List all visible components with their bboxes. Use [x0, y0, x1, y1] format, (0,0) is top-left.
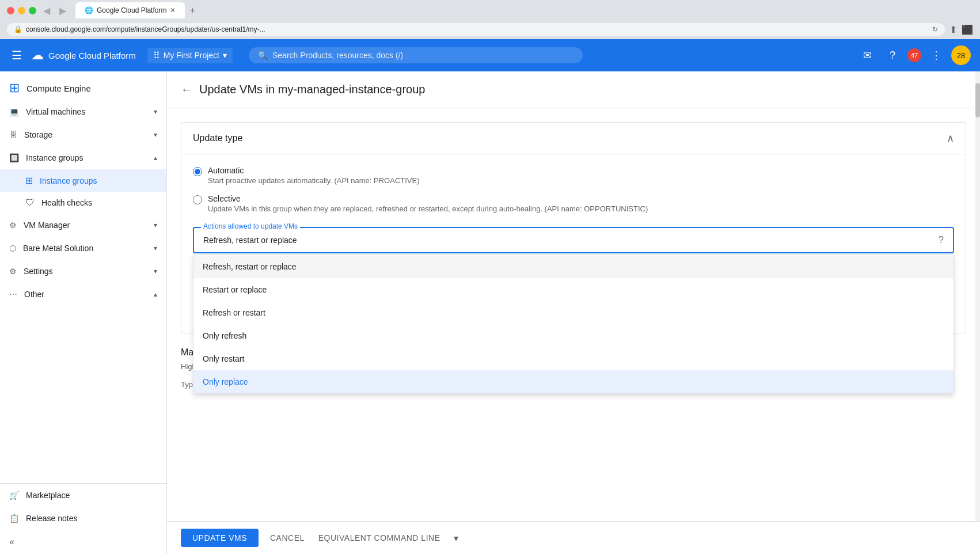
help-button[interactable]: ?	[882, 45, 903, 66]
sidebar: ⊞ Compute Engine 💻 Virtual machines ▾ 🗄 …	[0, 71, 167, 554]
storage-chevron-icon: ▾	[154, 131, 157, 139]
project-name: My First Project	[164, 51, 219, 60]
browser-chrome: ◀ ▶ 🌐 Google Cloud Platform ✕ +	[0, 0, 980, 21]
dropdown-option-restart-replace[interactable]: Restart or replace	[193, 278, 954, 301]
cmd-line-button[interactable]: EQUIVALENT COMMAND LINE	[316, 529, 443, 547]
url-text: console.cloud.google.com/compute/instanc…	[26, 25, 929, 33]
health-checks-icon: 🛡	[25, 198, 35, 208]
update-type-title: Update type	[193, 133, 242, 143]
dropdown-option-refresh-restart-replace[interactable]: Refresh, restart or replace	[193, 255, 954, 278]
app-layout: ⊞ Compute Engine 💻 Virtual machines ▾ 🗄 …	[0, 71, 980, 554]
settings-icon: ⚙	[9, 267, 17, 276]
update-type-header[interactable]: Update type ∧	[181, 123, 966, 154]
avatar[interactable]: 28	[951, 45, 971, 65]
address-bar[interactable]: 🔒 console.cloud.google.com/compute/insta…	[7, 23, 945, 36]
cmd-line-dropdown-button[interactable]: ▾	[451, 530, 461, 546]
content-body: Update type ∧ Automatic Start proactive …	[167, 108, 980, 435]
close-dot[interactable]	[7, 7, 14, 14]
address-bar-row: 🔒 console.cloud.google.com/compute/insta…	[0, 21, 980, 39]
header-actions: ✉ ? 47 ⋮ 28	[857, 45, 971, 66]
vm-manager-chevron-icon: ▾	[154, 221, 157, 229]
sidebar-collapse-button[interactable]: «	[0, 530, 166, 554]
gcp-header: ☰ ☁ Google Cloud Platform ⠿ My First Pro…	[0, 39, 980, 71]
radio-automatic-input[interactable]	[193, 167, 202, 176]
minimize-dot[interactable]	[18, 7, 25, 14]
sidebar-item-marketplace[interactable]: 🛒 Marketplace	[0, 484, 166, 507]
search-bar[interactable]: 🔍 Search Products, resources, docs (/)	[249, 47, 583, 63]
action-bar: UPDATE VMS CANCEL EQUIVALENT COMMAND LIN…	[167, 521, 980, 554]
settings-label: Settings	[24, 267, 147, 276]
bare-metal-label: Bare Metal Solution	[23, 244, 147, 253]
release-notes-icon: 📋	[9, 514, 19, 523]
browser-tab[interactable]: 🌐 Google Cloud Platform ✕	[75, 2, 185, 18]
settings-chevron-icon: ▾	[154, 267, 157, 275]
project-dropdown-icon: ▾	[223, 51, 227, 60]
dropdown-option-only-refresh[interactable]: Only refresh	[193, 324, 954, 347]
sidebar-item-other[interactable]: ⋯ Other ▴	[0, 283, 166, 306]
compute-engine-header: ⊞ Compute Engine	[0, 71, 166, 100]
health-checks-label: Health checks	[41, 198, 157, 207]
instance-groups-section-label: Instance groups	[26, 153, 147, 162]
email-button[interactable]: ✉	[857, 45, 878, 66]
gcp-logo: ☁ Google Cloud Platform	[31, 48, 136, 63]
other-chevron-icon: ▴	[154, 290, 157, 298]
sidebar-item-vm-manager[interactable]: ⚙ VM Manager ▾	[0, 214, 166, 237]
sidebar-section-instance-groups[interactable]: 🔲 Instance groups ▴	[0, 146, 166, 169]
other-label: Other	[24, 290, 147, 299]
forward-nav-button[interactable]: ▶	[57, 4, 69, 17]
dropdown-field-label: Actions allowed to update VMs	[201, 222, 300, 230]
lock-icon: 🔒	[14, 25, 22, 33]
sidebar-item-bare-metal[interactable]: ⬡ Bare Metal Solution ▾	[0, 237, 166, 260]
sidebar-item-health-checks[interactable]: 🛡 Health checks	[0, 192, 166, 214]
scrollbar[interactable]	[975, 71, 980, 554]
page-header: ← Update VMs in my-managed-instance-grou…	[167, 71, 980, 108]
dropdown-option-only-replace[interactable]: Only replace	[193, 370, 954, 393]
radio-group: Automatic Start proactive updates automa…	[193, 166, 954, 213]
marketplace-label: Marketplace	[26, 491, 157, 500]
notification-badge[interactable]: 47	[907, 48, 921, 62]
radio-selective-input[interactable]	[193, 195, 202, 204]
hamburger-button[interactable]: ☰	[9, 46, 24, 64]
tab-favicon: 🌐	[85, 6, 93, 14]
actions-dropdown-trigger[interactable]: Refresh, restart or replace ?	[194, 228, 953, 252]
reload-icon[interactable]: ↻	[932, 25, 938, 33]
page-title: Update VMs in my-managed-instance-group	[199, 83, 425, 96]
cancel-button[interactable]: CANCEL	[268, 529, 307, 547]
update-type-chevron-icon: ∧	[947, 132, 954, 145]
radio-automatic-description: Start proactive updates automatically. (…	[208, 176, 420, 185]
maximize-dot[interactable]	[29, 7, 36, 14]
vm-icon: 💻	[9, 107, 19, 116]
actions-dropdown-menu: Refresh, restart or replace Restart or r…	[193, 255, 954, 394]
page-back-button[interactable]: ←	[181, 83, 192, 96]
collapse-icon: «	[9, 537, 14, 547]
vm-label: Virtual machines	[26, 107, 147, 116]
update-vms-button[interactable]: UPDATE VMS	[181, 529, 259, 547]
marketplace-icon: 🛒	[9, 491, 19, 500]
bare-metal-icon: ⬡	[9, 244, 16, 253]
release-notes-label: Release notes	[26, 514, 157, 523]
sidebar-item-storage[interactable]: 🗄 Storage ▾	[0, 123, 166, 146]
share-button[interactable]: ⬆	[949, 24, 957, 35]
scrollbar-thumb[interactable]	[975, 83, 980, 117]
radio-automatic[interactable]: Automatic Start proactive updates automa…	[193, 166, 954, 185]
extensions-button[interactable]: ⬛	[962, 24, 973, 35]
tab-close-icon[interactable]: ✕	[170, 6, 176, 14]
storage-label: Storage	[24, 130, 147, 139]
sidebar-item-instance-groups[interactable]: ⊞ Instance groups	[0, 169, 166, 192]
update-type-body: Automatic Start proactive updates automa…	[181, 154, 966, 333]
sidebar-item-virtual-machines[interactable]: 💻 Virtual machines ▾	[0, 100, 166, 123]
project-selector[interactable]: ⠿ My First Project ▾	[147, 48, 233, 63]
sidebar-item-settings[interactable]: ⚙ Settings ▾	[0, 260, 166, 283]
dropdown-help-icon[interactable]: ?	[939, 235, 944, 245]
radio-selective[interactable]: Selective Update VMs in this group when …	[193, 194, 954, 213]
dropdown-option-refresh-restart[interactable]: Refresh or restart	[193, 301, 954, 324]
back-nav-button[interactable]: ◀	[41, 4, 52, 17]
search-icon: 🔍	[258, 51, 268, 60]
sidebar-item-release-notes[interactable]: 📋 Release notes	[0, 507, 166, 530]
dropdown-current-value: Refresh, restart or replace	[203, 236, 297, 245]
instance-groups-chevron-icon: ▴	[154, 154, 157, 162]
more-button[interactable]: ⋮	[926, 45, 947, 66]
radio-selective-description: Update VMs in this group when they are r…	[208, 204, 648, 213]
dropdown-option-only-restart[interactable]: Only restart	[193, 347, 954, 370]
new-tab-button[interactable]: +	[189, 5, 195, 16]
